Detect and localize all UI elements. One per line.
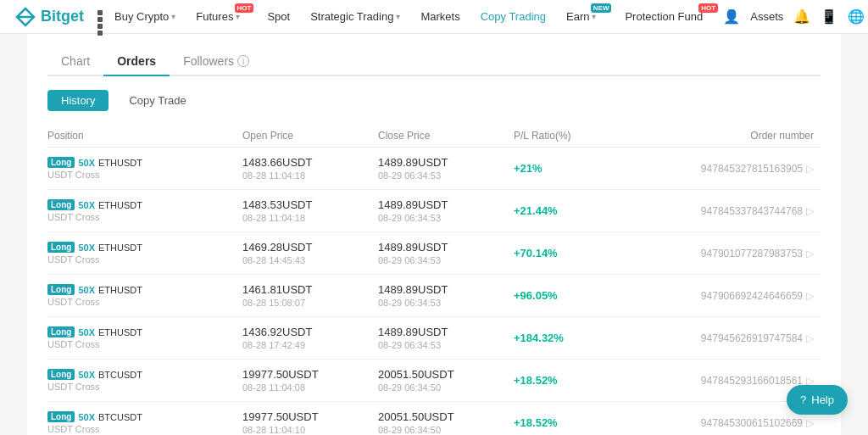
user-icon[interactable]: 👤 xyxy=(723,8,740,25)
phone-icon[interactable]: 📱 xyxy=(821,8,837,25)
direction-badge: Long xyxy=(47,369,75,380)
leverage-badge: 50X xyxy=(78,327,95,337)
order-number: 947906692424646659 xyxy=(701,290,803,302)
copy-icon[interactable]: ▷ xyxy=(806,290,814,302)
open-price-value: 1483.66USDT xyxy=(242,156,378,169)
leverage-badge: 50X xyxy=(78,200,95,210)
tab-chart[interactable]: Chart xyxy=(47,47,103,75)
open-price-date: 08-28 11:04:08 xyxy=(242,382,378,393)
close-price-date: 08-29 06:34:53 xyxy=(378,255,514,265)
sub-tab-history[interactable]: History xyxy=(47,90,108,111)
assets-button[interactable]: Assets xyxy=(750,10,783,23)
nav-buy-crypto[interactable]: Buy Crypto ▾ xyxy=(106,0,184,34)
position-cell: Long 50X ETHUSDT USDT Cross xyxy=(47,242,242,265)
sub-tab-copy-trade[interactable]: Copy Trade xyxy=(115,90,199,111)
nav-spot[interactable]: Spot xyxy=(259,0,298,34)
chevron-down-icon: ▾ xyxy=(592,12,596,21)
close-price-date: 08-29 06:34:53 xyxy=(378,170,514,181)
copy-icon[interactable]: ▷ xyxy=(806,163,814,175)
help-button[interactable]: ? Help xyxy=(787,385,848,415)
position-cell: Long 50X BTCUSDT USDT Cross xyxy=(47,411,242,434)
table-header: Position Open Price Close Price P/L Rati… xyxy=(47,125,821,148)
chevron-down-icon: ▾ xyxy=(396,12,400,21)
leverage-badge: 50X xyxy=(78,158,95,168)
order-number: 947845300615102669 xyxy=(701,417,803,429)
close-price-date: 08-29 06:34:50 xyxy=(378,425,514,435)
open-price-cell: 1461.81USDT 08-28 15:08:07 xyxy=(242,283,378,308)
globe-icon[interactable]: 🌐 xyxy=(848,8,865,25)
open-price-cell: 1469.28USDT 08-28 14:45:43 xyxy=(242,241,378,265)
col-close-price: Close Price xyxy=(378,130,514,142)
order-number: 947845327815163905 xyxy=(701,163,803,175)
pl-value: +184.32% xyxy=(514,332,564,344)
nav-strategic-trading[interactable]: Strategic Trading ▾ xyxy=(302,0,409,34)
pair-label: ETHUSDT xyxy=(98,158,142,168)
open-price-cell: 1483.66USDT 08-28 11:04:18 xyxy=(242,156,378,181)
nav-right: 👤 Assets 🔔 📱 🌐 xyxy=(723,8,865,25)
pl-value: +96.05% xyxy=(514,289,558,302)
pl-value: +18.52% xyxy=(514,416,558,429)
copy-icon[interactable]: ▷ xyxy=(806,248,814,259)
futures-badge: HOT xyxy=(235,3,254,13)
tab-orders[interactable]: Orders xyxy=(103,47,170,75)
order-num-cell: 947845293166018561 ▷ xyxy=(624,375,821,387)
pl-value: +18.52% xyxy=(514,374,558,387)
table-body: Long 50X ETHUSDT USDT Cross 1483.66USDT … xyxy=(47,148,821,435)
nav-markets[interactable]: Markets xyxy=(412,0,468,34)
sub-tabs: History Copy Trade xyxy=(47,90,821,111)
close-price-cell: 1489.89USDT 08-29 06:34:53 xyxy=(378,156,514,181)
direction-badge: Long xyxy=(47,157,75,168)
info-icon: i xyxy=(237,55,249,67)
copy-icon[interactable]: ▷ xyxy=(806,417,814,429)
pair-label: BTCUSDT xyxy=(98,412,142,422)
position-sub: USDT Cross xyxy=(47,170,242,180)
table-row: Long 50X ETHUSDT USDT Cross 1461.81USDT … xyxy=(47,275,821,317)
help-icon: ? xyxy=(800,393,806,406)
logo[interactable]: Bitget xyxy=(14,5,84,29)
main-tabs: Chart Orders Followers i xyxy=(47,47,821,76)
order-num-cell: 947906692424646659 ▷ xyxy=(624,290,821,302)
nav-copy-trading[interactable]: Copy Trading xyxy=(472,0,554,34)
chevron-down-icon: ▾ xyxy=(171,12,175,21)
direction-badge: Long xyxy=(47,284,75,295)
pl-cell: +21.44% xyxy=(514,204,624,217)
notification-icon[interactable]: 🔔 xyxy=(793,8,810,25)
col-order-number: Order number xyxy=(624,130,821,142)
close-price-cell: 1489.89USDT 08-29 06:34:53 xyxy=(378,198,514,223)
tab-followers[interactable]: Followers i xyxy=(170,47,263,75)
main-content: Chart Orders Followers i History Copy Tr… xyxy=(27,34,841,435)
copy-icon[interactable]: ▷ xyxy=(806,332,814,344)
nav-futures[interactable]: Futures HOT ▾ xyxy=(187,0,255,34)
navbar: Bitget Buy Crypto ▾ Futures HOT ▾ Spot S… xyxy=(0,0,868,34)
open-price-value: 1461.81USDT xyxy=(242,283,378,296)
open-price-value: 19977.50USDT xyxy=(242,368,378,381)
position-sub: USDT Cross xyxy=(47,424,242,434)
col-pl-ratio: P/L Ratio(%) xyxy=(514,130,624,142)
open-price-value: 19977.50USDT xyxy=(242,410,378,423)
position-sub: USDT Cross xyxy=(47,212,242,222)
leverage-badge: 50X xyxy=(78,370,95,380)
direction-badge: Long xyxy=(47,411,75,422)
close-price-cell: 20051.50USDT 08-29 06:34:50 xyxy=(378,368,514,393)
open-price-date: 08-28 15:08:07 xyxy=(242,298,378,308)
table-row: Long 50X BTCUSDT USDT Cross 19977.50USDT… xyxy=(47,402,821,435)
position-cell: Long 50X ETHUSDT USDT Cross xyxy=(47,284,242,307)
grid-icon[interactable] xyxy=(97,10,103,24)
open-price-date: 08-28 11:04:10 xyxy=(242,425,378,435)
copy-icon[interactable]: ▷ xyxy=(806,205,814,217)
pair-label: BTCUSDT xyxy=(98,370,142,380)
position-sub: USDT Cross xyxy=(47,254,242,265)
position-cell: Long 50X ETHUSDT USDT Cross xyxy=(47,157,242,180)
leverage-badge: 50X xyxy=(78,243,95,253)
direction-badge: Long xyxy=(47,242,75,253)
pl-value: +70.14% xyxy=(514,247,558,259)
open-price-cell: 19977.50USDT 08-28 11:04:08 xyxy=(242,368,378,393)
protection-badge: HOT xyxy=(698,3,718,13)
pl-cell: +96.05% xyxy=(514,289,624,302)
open-price-date: 08-28 11:04:18 xyxy=(242,213,378,223)
nav-protection-fund[interactable]: Protection Fund HOT xyxy=(616,0,720,34)
chevron-down-icon: ▾ xyxy=(236,12,240,21)
col-open-price: Open Price xyxy=(242,130,378,142)
close-price-cell: 20051.50USDT 08-29 06:34:50 xyxy=(378,410,514,435)
nav-earn[interactable]: Earn NEW ▾ xyxy=(558,0,613,34)
